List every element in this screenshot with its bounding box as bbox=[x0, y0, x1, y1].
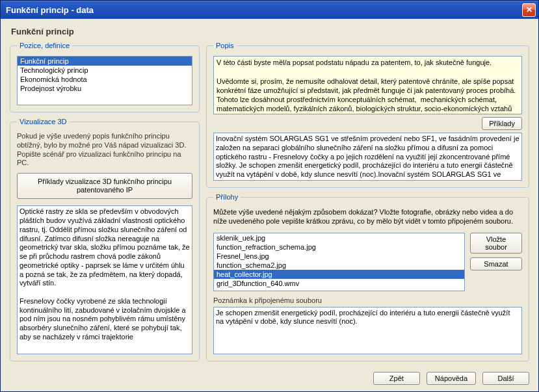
close-icon[interactable]: ✕ bbox=[522, 3, 536, 17]
right-column: Popis V této části byste měl/a popsat po… bbox=[206, 42, 529, 361]
viz3d-legend: Vizualizace 3D bbox=[17, 118, 70, 125]
back-button[interactable]: Zpět bbox=[373, 372, 420, 385]
description-textarea[interactable] bbox=[213, 133, 522, 181]
footer: Zpět Nápověda Další bbox=[1, 367, 538, 391]
attachment-item[interactable]: Fresnel_lens.jpg bbox=[214, 252, 464, 261]
viz3d-hint: Pokud je výše uvedený popis funkčního pr… bbox=[17, 132, 192, 168]
dialog-window: Funkční princip - data ✕ Funkční princip… bbox=[0, 0, 539, 392]
position-legend: Pozice, definice bbox=[17, 42, 72, 49]
position-item[interactable]: Funkční princip bbox=[18, 57, 192, 66]
description-legend: Popis bbox=[213, 42, 237, 49]
attachments-legend: Přílohy bbox=[213, 193, 241, 201]
attachments-group: Přílohy Můžete výše uvedené nějakým způs… bbox=[206, 193, 529, 361]
next-button[interactable]: Další bbox=[482, 372, 529, 385]
insert-file-button[interactable]: Vložte soubor bbox=[470, 233, 522, 254]
attachment-item[interactable]: grid_3Dfunction_640.wmv bbox=[214, 279, 464, 288]
position-group: Pozice, definice Funkční principTechnolo… bbox=[10, 42, 200, 112]
description-examples-button[interactable]: Příklady bbox=[482, 117, 522, 130]
delete-file-button[interactable]: Smazat bbox=[470, 257, 522, 270]
position-listbox[interactable]: Funkční principTechnologický principEkon… bbox=[17, 56, 192, 105]
viz3d-textarea[interactable] bbox=[17, 205, 192, 354]
position-item[interactable]: Technologický princip bbox=[18, 66, 192, 75]
viz3d-examples-button[interactable]: Příklady vizualizace 3D funkčního princi… bbox=[17, 173, 192, 199]
attachment-item[interactable]: function_refraction_schema.jpg bbox=[214, 242, 464, 252]
window-title: Funkční princip - data bbox=[6, 5, 522, 15]
attachment-item[interactable]: function_schema2.jpg bbox=[214, 261, 464, 270]
help-button[interactable]: Nápověda bbox=[427, 372, 476, 385]
attachments-row: sklenik_uek.jpgfunction_refraction_schem… bbox=[213, 233, 522, 291]
attachment-note-label: Poznámka k připojenému souboru bbox=[213, 296, 522, 304]
viz3d-group: Vizualizace 3D Pokud je výše uvedený pop… bbox=[10, 118, 200, 361]
content-area: Funkční princip Pozice, definice Funkční… bbox=[1, 19, 538, 367]
attachments-listbox[interactable]: sklenik_uek.jpgfunction_refraction_schem… bbox=[213, 233, 465, 291]
position-item[interactable]: Ekonomická hodnota bbox=[18, 75, 192, 84]
titlebar: Funkční princip - data ✕ bbox=[1, 1, 538, 19]
position-item[interactable]: Prodejnost výrobku bbox=[18, 84, 192, 93]
left-column: Pozice, definice Funkční principTechnolo… bbox=[10, 42, 200, 361]
description-group: Popis V této části byste měl/a popsat po… bbox=[206, 42, 529, 188]
attachment-item[interactable]: sklenik_uek.jpg bbox=[214, 233, 464, 242]
description-hint[interactable]: V této části byste měl/a popsat podstatu… bbox=[213, 56, 522, 114]
attachments-hint: Můžete výše uvedené nějakým způsobem dok… bbox=[213, 207, 522, 226]
attachment-item[interactable]: heat_collector.jpg bbox=[214, 270, 464, 279]
columns: Pozice, definice Funkční principTechnolo… bbox=[10, 42, 529, 361]
attachment-note-textarea[interactable] bbox=[213, 307, 522, 354]
page-title: Funkční princip bbox=[11, 27, 529, 36]
attachments-buttons: Vložte soubor Smazat bbox=[470, 233, 522, 270]
